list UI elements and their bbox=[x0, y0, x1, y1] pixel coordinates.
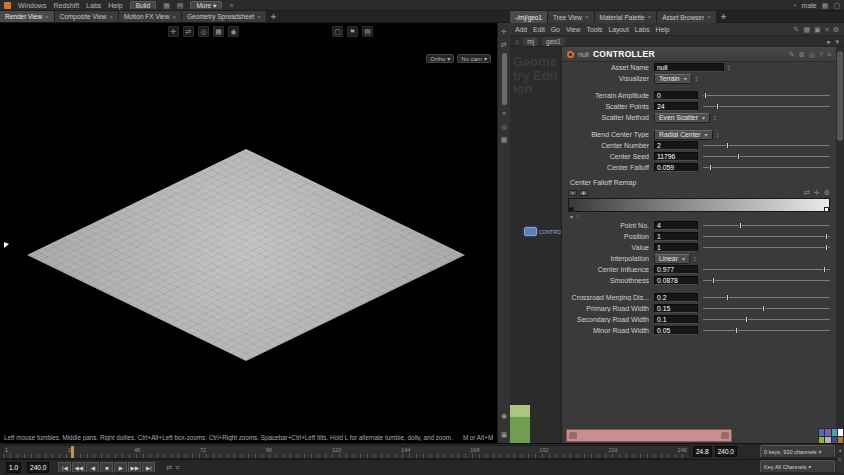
param-value-field[interactable]: 2 bbox=[654, 141, 698, 150]
box-icon[interactable]: ▣ bbox=[814, 25, 821, 34]
ramp-settings-icon[interactable]: ⚙ bbox=[824, 188, 830, 197]
param-value-field[interactable]: 0.2 bbox=[654, 293, 698, 302]
close-icon[interactable]: × bbox=[257, 14, 261, 20]
node-input-connector[interactable] bbox=[569, 432, 577, 439]
current-frame-marker[interactable] bbox=[71, 446, 74, 459]
slider-handle[interactable] bbox=[825, 233, 828, 240]
slider-handle[interactable] bbox=[726, 142, 729, 149]
key-icon[interactable]: ● bbox=[838, 447, 841, 453]
dropdown-icon[interactable]: ▾ bbox=[835, 37, 839, 46]
help-icon[interactable]: ? bbox=[819, 50, 823, 59]
param-value-field[interactable]: 1 bbox=[654, 243, 698, 252]
param-slider[interactable] bbox=[703, 243, 830, 252]
menu-labs[interactable]: Labs bbox=[635, 26, 650, 33]
layers-icon[interactable]: ▤ bbox=[177, 1, 184, 10]
shading-icon[interactable]: ◉ bbox=[228, 26, 239, 37]
pan-tool-icon[interactable]: ⇄ bbox=[501, 40, 507, 49]
more-menu-button[interactable]: More ▾ bbox=[190, 1, 222, 10]
spinner-icon[interactable]: ↕ bbox=[727, 64, 731, 71]
parameter-scrollbar[interactable] bbox=[836, 47, 844, 443]
close-icon[interactable]: × bbox=[45, 14, 49, 20]
param-slider[interactable] bbox=[703, 293, 830, 302]
param-value-field[interactable]: 1 bbox=[654, 232, 698, 241]
close-icon[interactable]: × bbox=[109, 14, 113, 20]
interpolation-dropdown[interactable]: Linear▾ bbox=[654, 254, 690, 264]
menu-go[interactable]: Go bbox=[551, 26, 560, 33]
param-value-field[interactable]: 0.1 bbox=[654, 315, 698, 324]
edit-icon[interactable]: ✎ bbox=[794, 25, 800, 34]
slider-handle[interactable] bbox=[735, 327, 738, 334]
frame-ruler[interactable]: 124487296120144168192216240 bbox=[2, 445, 690, 459]
spinner-icon[interactable]: ↕ bbox=[716, 131, 720, 138]
prev-key-button[interactable]: ◀◀ bbox=[72, 462, 85, 473]
scatter-method-dropdown[interactable]: Even Scatter▾ bbox=[654, 113, 710, 123]
move-icon[interactable]: ⇄ bbox=[183, 26, 194, 37]
scrollbar-thumb[interactable] bbox=[837, 51, 843, 141]
param-value-field[interactable]: 0.05 bbox=[654, 326, 698, 335]
node-output-connector[interactable] bbox=[721, 432, 729, 439]
playbar-options-icon[interactable]: ≡ bbox=[175, 463, 179, 472]
blend-center-dropdown[interactable]: Radial Center▾ bbox=[654, 130, 713, 140]
select-icon[interactable]: ✛ bbox=[168, 26, 179, 37]
param-value-field[interactable]: 0.977 bbox=[654, 265, 698, 274]
next-key-button[interactable]: ▶▶ bbox=[128, 462, 141, 473]
tab-geometry-spreadsheet[interactable]: Geometry Spreadsheet× bbox=[182, 11, 267, 22]
param-slider[interactable] bbox=[703, 141, 830, 150]
jump-start-button[interactable]: |◀ bbox=[58, 462, 71, 473]
param-value-field[interactable]: 4 bbox=[654, 221, 698, 230]
new-tab-button[interactable]: ✚ bbox=[717, 11, 730, 23]
menu-view[interactable]: View bbox=[566, 26, 581, 33]
ramp-marker-icon[interactable]: ▾ bbox=[570, 213, 573, 220]
end-frame-field[interactable]: 240.0 bbox=[715, 446, 737, 457]
play-button[interactable]: ▶ bbox=[114, 462, 127, 473]
scene-viewport[interactable]: ✛ ⇄ ◎ ▦ ◉ ▢ ⚑ ▤ Ortho▾ No cam▾ Left mous… bbox=[0, 23, 497, 443]
param-slider[interactable] bbox=[703, 102, 830, 111]
spinner-icon[interactable]: ↕ bbox=[713, 114, 717, 121]
slider-handle[interactable] bbox=[712, 277, 715, 284]
slider-handle[interactable] bbox=[737, 153, 740, 160]
window-square-icon[interactable]: ▢ bbox=[833, 1, 840, 10]
menu-add[interactable]: Add bbox=[515, 26, 527, 33]
ramp-key-end[interactable] bbox=[824, 207, 829, 212]
spinner-icon[interactable]: ↕ bbox=[693, 255, 697, 262]
build-desktop-button[interactable]: Build bbox=[130, 1, 156, 10]
param-slider[interactable] bbox=[703, 315, 830, 324]
list-icon[interactable]: ≡ bbox=[827, 50, 831, 59]
slider-handle[interactable] bbox=[762, 305, 765, 312]
list-icon[interactable]: ≡ bbox=[825, 25, 829, 34]
keys-channels-dropdown[interactable]: 0 keys, 920 channels▾ bbox=[760, 445, 835, 458]
ramp-delete-point-button[interactable]: × bbox=[568, 190, 577, 196]
grid-icon[interactable]: ▦ bbox=[163, 1, 170, 10]
home-icon[interactable]: ⌂ bbox=[515, 37, 519, 46]
color-swatch[interactable] bbox=[819, 429, 824, 436]
param-value-field[interactable]: 0.059 bbox=[654, 163, 698, 172]
snap-options-icon[interactable]: ◎ bbox=[501, 122, 507, 131]
param-value-field[interactable]: 24 bbox=[654, 102, 698, 111]
tab-asset-browser[interactable]: Asset Browser× bbox=[657, 11, 716, 23]
camera-selector[interactable]: No cam▾ bbox=[457, 54, 491, 63]
param-slider[interactable] bbox=[703, 221, 830, 230]
param-slider[interactable] bbox=[703, 163, 830, 172]
close-icon[interactable]: × bbox=[585, 14, 589, 20]
slider-handle[interactable] bbox=[709, 164, 712, 171]
param-value-field[interactable]: 11796 bbox=[654, 152, 698, 161]
menu-layout[interactable]: Layout bbox=[608, 26, 628, 33]
network-editor-canvas[interactable]: Geometry Edition CONTROLLER bbox=[510, 47, 562, 443]
menu-labs[interactable]: Labs bbox=[86, 2, 101, 9]
close-icon[interactable]: × bbox=[648, 14, 652, 20]
param-value-field[interactable]: 0.0878 bbox=[654, 276, 698, 285]
grid-display-icon[interactable]: ▦ bbox=[213, 26, 224, 37]
ramp-flip-icon[interactable]: ⇄ bbox=[804, 188, 810, 197]
ramp-marker-icon[interactable]: ↕ bbox=[576, 213, 579, 219]
slider-handle[interactable] bbox=[745, 316, 748, 323]
new-tab-button[interactable]: ✚ bbox=[267, 11, 280, 22]
ortho-toggle[interactable]: Ortho▾ bbox=[426, 54, 454, 63]
tab-material-palette[interactable]: Material Palette× bbox=[595, 11, 658, 23]
gear-icon[interactable]: ⚙ bbox=[799, 50, 805, 59]
ramp-gradient[interactable] bbox=[568, 198, 830, 212]
tab-network-path[interactable]: -/mj/geo1 bbox=[510, 11, 548, 23]
slider-handle[interactable] bbox=[726, 294, 729, 301]
wireframe-mode-icon[interactable]: ▣ bbox=[501, 430, 508, 439]
param-slider[interactable] bbox=[703, 152, 830, 161]
menu-help[interactable]: Help bbox=[108, 2, 122, 9]
